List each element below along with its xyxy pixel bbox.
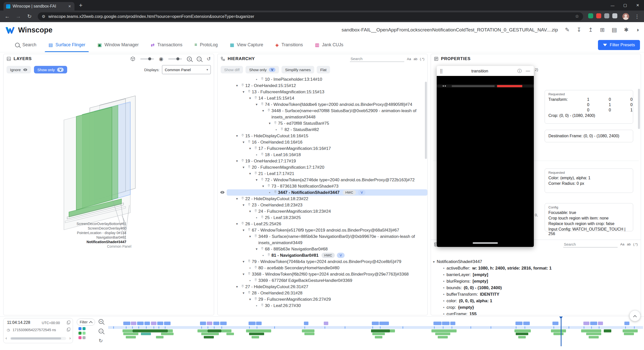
property-row[interactable]: •blurRegions: [empty]: [433, 278, 639, 285]
extension-icon-green[interactable]: [588, 13, 593, 18]
pin-icon[interactable]: [259, 246, 265, 251]
tree-node[interactable]: ▾3449 - Surface(name=885b63e NavigationB…: [218, 233, 427, 246]
site-settings-icon[interactable]: ⚙: [42, 14, 45, 19]
copy-icon[interactable]: [67, 328, 70, 331]
expand-icon[interactable]: ▾: [234, 196, 240, 202]
pin-icon[interactable]: [259, 214, 265, 219]
pin-icon[interactable]: [240, 158, 245, 163]
upload-icon[interactable]: ↥: [588, 27, 593, 33]
tree-node[interactable]: ▾68 - 885b63e NavigationBar0#68: [218, 246, 427, 252]
property-row[interactable]: •currFrame: 155: [433, 311, 639, 315]
hierarchy-btn-flat[interactable]: Flat: [317, 66, 330, 73]
tree-node[interactable]: ▾28 - OneHanded:26:31#28: [218, 290, 427, 296]
tree-node[interactable]: •3447 - NotificationShade#3447HWCV: [218, 189, 427, 196]
info-icon[interactable]: ⓘ: [517, 68, 522, 74]
expand-icon[interactable]: ▾: [234, 133, 240, 139]
tree-node[interactable]: •18 - Leaf:16:16#18: [218, 152, 427, 158]
tab-jank-cujs[interactable]: ▥Jank CUJs: [309, 38, 349, 52]
window-minimize-icon[interactable]: —: [606, 3, 619, 8]
pin-icon[interactable]: [253, 233, 258, 238]
match-word-toggle[interactable]: ab: [627, 242, 631, 246]
tree-node[interactable]: •10 - ImePlaceholder:13:14#10: [218, 76, 427, 82]
pin-icon[interactable]: [272, 120, 278, 125]
apps-icon[interactable]: ⊞: [600, 27, 605, 33]
hierarchy-scrollbar[interactable]: [425, 82, 427, 159]
tree-node[interactable]: ▾12 - OneHanded:15:15#12: [218, 82, 427, 89]
expand-icon[interactable]: ▾: [254, 246, 259, 252]
window-close-icon[interactable]: ✕: [631, 3, 644, 8]
timeline-scrollbar[interactable]: [10, 337, 66, 340]
tree-node[interactable]: ▾16 - OneHanded:16:16#16: [218, 139, 427, 145]
tree-node[interactable]: •80 - ace6abb SecondaryHomeHandle0#80: [218, 265, 427, 271]
visibility-icon[interactable]: [218, 189, 227, 195]
property-row[interactable]: •crop: {empty}: [433, 304, 639, 311]
timeline-canvas[interactable]: [108, 317, 643, 350]
layers-3d-canvas[interactable]: ScreenDecorOverlayBottom#61ScreenDecorOv…: [4, 76, 214, 315]
layer-label[interactable]: NotificationShade#3447: [39, 240, 126, 244]
zoom-in-icon[interactable]: +: [187, 57, 192, 61]
tree-node[interactable]: •3369 - 67726bf EdgeBackGestureHandler0#…: [218, 277, 427, 284]
show-only-toggle[interactable]: Show only V: [34, 66, 67, 73]
edit-icon[interactable]: ✎: [565, 27, 570, 33]
pin-icon[interactable]: [240, 133, 245, 138]
dark-mode-icon[interactable]: ◑: [636, 27, 639, 33]
pin-icon[interactable]: [259, 76, 265, 81]
pin-icon[interactable]: [259, 302, 265, 307]
reset-view-icon[interactable]: ↺: [207, 56, 211, 62]
scroll-left-icon[interactable]: ‹: [6, 336, 7, 340]
pin-icon[interactable]: [246, 258, 252, 263]
tree-node[interactable]: ▾27 - HideDisplayCutout:26:31#27: [218, 284, 427, 290]
layer-label[interactable]: ScreenDecorOverlayBottom#61: [39, 222, 126, 226]
tab-view-capture[interactable]: ▦View Capture: [224, 38, 269, 52]
url-text[interactable]: winscope.teams.x20web.corp.google.com/pr…: [48, 14, 572, 19]
pin-icon[interactable]: [240, 82, 245, 87]
download-icon[interactable]: ↧: [577, 27, 581, 33]
pin-icon[interactable]: [253, 145, 258, 150]
expand-icon[interactable]: ▾: [241, 164, 246, 170]
tree-node[interactable]: ▾67 - WindowToken{e5176f9 type=2019 andr…: [218, 227, 427, 233]
scrollbar-thumb[interactable]: [11, 337, 61, 339]
tree-node[interactable]: ▾21 - Leaf:17:17#21: [218, 170, 427, 177]
displays-select[interactable]: Common Panel ▾: [162, 65, 211, 74]
tree-node[interactable]: ▾24 - FullscreenMagnification:18:23#24: [218, 208, 427, 214]
expand-icon[interactable]: ▾: [234, 221, 240, 227]
property-row[interactable]: •bounds: (0, 0) - (1080, 2400): [433, 285, 639, 291]
hierarchy-btn-show-diff[interactable]: Show diff: [221, 66, 243, 73]
pin-icon[interactable]: [246, 139, 252, 144]
timeline-cursor-marker[interactable]: [559, 317, 563, 319]
expand-icon[interactable]: ▾: [247, 145, 253, 152]
layer-label[interactable]: PointerLocation - display 0#134: [39, 231, 126, 235]
extension-icon-red[interactable]: [596, 13, 601, 18]
expand-icon[interactable]: ▾: [247, 233, 253, 240]
window-titlebar[interactable]: ⣿ transition ⓘ —: [437, 66, 534, 76]
collapse-timeline-button[interactable]: [629, 310, 640, 321]
timeline-reset-icon[interactable]: ↻: [99, 338, 103, 344]
scroll-right-icon[interactable]: ›: [69, 336, 71, 340]
pin-icon[interactable]: [259, 101, 265, 106]
expand-icon[interactable]: ▾: [241, 139, 246, 145]
expand-icon[interactable]: ▾: [260, 108, 266, 114]
timeline-filter-legend[interactable]: [78, 327, 86, 330]
tree-node[interactable]: ▾22 - HideDisplayCutout:18:23#22: [218, 196, 427, 202]
property-row[interactable]: •color: (0, 0, 0), alpha: 1: [433, 298, 639, 304]
bug-report-icon[interactable]: ✱: [624, 27, 628, 33]
tree-node[interactable]: ▾20 - FullscreenMagnification:17:17#20: [218, 164, 427, 170]
pin-icon[interactable]: [253, 95, 258, 100]
pin-icon[interactable]: [246, 271, 252, 276]
expand-icon[interactable]: ▾: [241, 290, 246, 296]
match-case-toggle[interactable]: Aa: [620, 242, 624, 246]
property-row[interactable]: •activeBuffer: w: 1080, h: 2400, stride:…: [433, 265, 639, 272]
extension-icon-gray[interactable]: [604, 13, 609, 18]
tree-node[interactable]: •81 - NavigationBar0#81HWCV: [218, 252, 427, 258]
pin-icon[interactable]: [272, 189, 278, 194]
forward-button[interactable]: →: [14, 13, 23, 19]
tab-protolog[interactable]: ≡ProtoLog: [188, 38, 224, 52]
expand-icon[interactable]: ▾: [267, 120, 272, 126]
pin-icon[interactable]: [240, 284, 245, 288]
tree-node[interactable]: ▾29 - FullscreenMagnification:26:27#29: [218, 296, 427, 302]
hierarchy-search-input[interactable]: [350, 56, 404, 62]
pin-icon[interactable]: [253, 265, 258, 270]
tree-node[interactable]: ▾13 - FullscreenMagnification:15:15#13: [218, 89, 427, 95]
tree-node[interactable]: •82 - StatusBar#82: [218, 126, 427, 133]
extensions-puzzle-icon[interactable]: [612, 13, 617, 18]
